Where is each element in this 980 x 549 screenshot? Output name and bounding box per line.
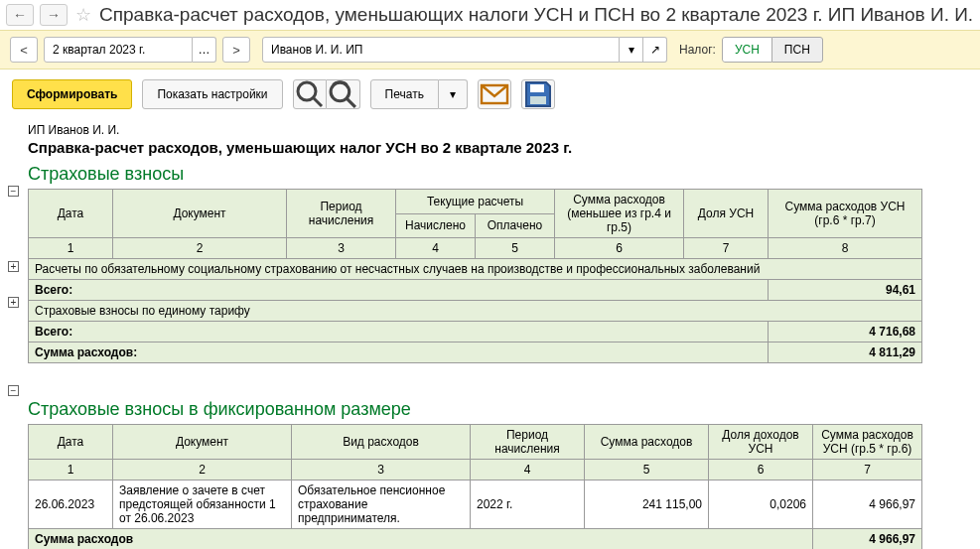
section2-table: Дата Документ Вид расходов Период начисл… [28, 424, 922, 549]
period-prev-button[interactable]: < [10, 37, 38, 63]
col2-7: 7 [813, 460, 922, 480]
col-6: 6 [555, 238, 684, 259]
group2-total-value: 4 716,68 [769, 322, 922, 343]
th-accrued: Начислено [396, 213, 476, 238]
page-title: Справка-расчет расходов, уменьшающих нал… [99, 4, 973, 26]
row-sum: 241 115,00 [585, 480, 709, 529]
th-usn: Сумма расходов УСН (гр.6 * гр.7) [769, 190, 922, 238]
report-owner: ИП Иванов И. И. [28, 123, 970, 137]
report-body: − + + − ИП Иванов И. И. Справка-расчет р… [0, 123, 980, 549]
outline-collapse-section2[interactable]: − [8, 385, 19, 396]
svg-line-3 [347, 98, 354, 106]
th-sum: Сумма расходов (меньшее из гр.4 и гр.5) [555, 190, 684, 238]
row-doc: Заявление о зачете в счет предстоящей об… [113, 480, 292, 529]
search-icon[interactable] [293, 79, 327, 109]
forward-button[interactable]: → [40, 4, 68, 26]
outline-gutter: − + + − [0, 123, 24, 549]
back-button[interactable]: ← [6, 4, 34, 26]
outline-collapse-section1[interactable]: − [8, 186, 19, 197]
organization-input[interactable]: Иванов И. И. ИП [262, 37, 620, 63]
tax-usn-button[interactable]: УСН [722, 37, 772, 63]
generate-button[interactable]: Сформировать [12, 79, 132, 109]
outline-expand-group1[interactable]: + [8, 261, 19, 272]
search-reset-icon[interactable] [327, 79, 360, 109]
col-8: 8 [769, 238, 922, 259]
col-2: 2 [113, 238, 287, 259]
col2-1: 1 [29, 460, 113, 480]
th2-period: Период начисления [471, 425, 585, 460]
th-share: Доля УСН [684, 190, 769, 238]
organization-dropdown-button[interactable]: ▾ [620, 37, 643, 63]
section2-title: Страховые взносы в фиксированном размере [28, 399, 970, 420]
col-7: 7 [684, 238, 769, 259]
th2-date: Дата [29, 425, 113, 460]
period-picker-button[interactable]: … [193, 37, 216, 63]
th-period: Период начисления [287, 190, 396, 238]
col-4: 4 [396, 238, 476, 259]
tax-segmented-control: УСН ПСН [722, 37, 823, 63]
top-navigation: ← → ☆ Справка-расчет расходов, уменьшающ… [0, 0, 980, 30]
filter-bar: < 2 квартал 2023 г. … > Иванов И. И. ИП … [0, 30, 980, 69]
col2-3: 3 [292, 460, 471, 480]
svg-point-0 [298, 82, 316, 100]
group2-label: Страховые взносы по единому тарифу [29, 301, 922, 322]
row-share: 0,0206 [709, 480, 813, 529]
show-settings-button[interactable]: Показать настройки [142, 79, 282, 109]
report-heading: Справка-расчет расходов, уменьшающих нал… [28, 139, 970, 156]
svg-line-1 [314, 98, 322, 106]
svg-rect-5 [530, 84, 544, 92]
col2-5: 5 [585, 460, 709, 480]
group1-label: Расчеты по обязательному социальному стр… [29, 259, 922, 280]
col-3: 3 [287, 238, 396, 259]
section1-title: Страховые взносы [28, 164, 970, 185]
favorite-star-icon[interactable]: ☆ [73, 5, 93, 25]
print-button[interactable]: Печать [370, 79, 439, 109]
th2-kind: Вид расходов [292, 425, 471, 460]
group2-total-label: Всего: [29, 322, 769, 343]
th2-doc: Документ [113, 425, 292, 460]
tax-label: Налог: [679, 43, 716, 57]
col-1: 1 [29, 238, 113, 259]
th-date: Дата [29, 190, 113, 238]
zoom-group [293, 79, 360, 109]
th2-sum: Сумма расходов [585, 425, 709, 460]
col2-4: 4 [471, 460, 585, 480]
section2-sum-label: Сумма расходов [29, 529, 813, 550]
row-period: 2022 г. [471, 480, 585, 529]
section2-sum-value: 4 966,97 [813, 529, 922, 550]
th2-share: Доля доходов УСН [709, 425, 813, 460]
col2-6: 6 [709, 460, 813, 480]
print-dropdown-button[interactable]: ▾ [439, 79, 468, 109]
row-usn: 4 966,97 [813, 480, 922, 529]
svg-rect-6 [530, 96, 546, 104]
group1-total-label: Всего: [29, 280, 769, 301]
outline-expand-group2[interactable]: + [8, 297, 19, 308]
col-5: 5 [476, 238, 555, 259]
email-icon[interactable] [478, 79, 511, 109]
period-input[interactable]: 2 квартал 2023 г. [44, 37, 193, 63]
period-next-button[interactable]: > [222, 37, 250, 63]
save-icon[interactable] [521, 79, 555, 109]
tax-psn-button[interactable]: ПСН [772, 37, 823, 63]
section1-sum-value: 4 811,29 [769, 343, 922, 363]
th-paid: Оплачено [476, 213, 555, 238]
row-date: 26.06.2023 [29, 480, 113, 529]
section1-sum-label: Сумма расходов: [29, 343, 769, 363]
organization-open-button[interactable]: ↗ [643, 37, 667, 63]
group1-total-value: 94,61 [769, 280, 922, 301]
col2-2: 2 [113, 460, 292, 480]
th-doc: Документ [113, 190, 287, 238]
section1-table: Дата Документ Период начисления Текущие … [28, 189, 922, 363]
th2-usn: Сумма расходов УСН (гр.5 * гр.6) [813, 425, 922, 460]
action-toolbar: Сформировать Показать настройки Печать ▾ [0, 69, 980, 119]
th-current: Текущие расчеты [396, 190, 555, 214]
row-kind: Обязательное пенсионное страхование пред… [292, 480, 471, 529]
